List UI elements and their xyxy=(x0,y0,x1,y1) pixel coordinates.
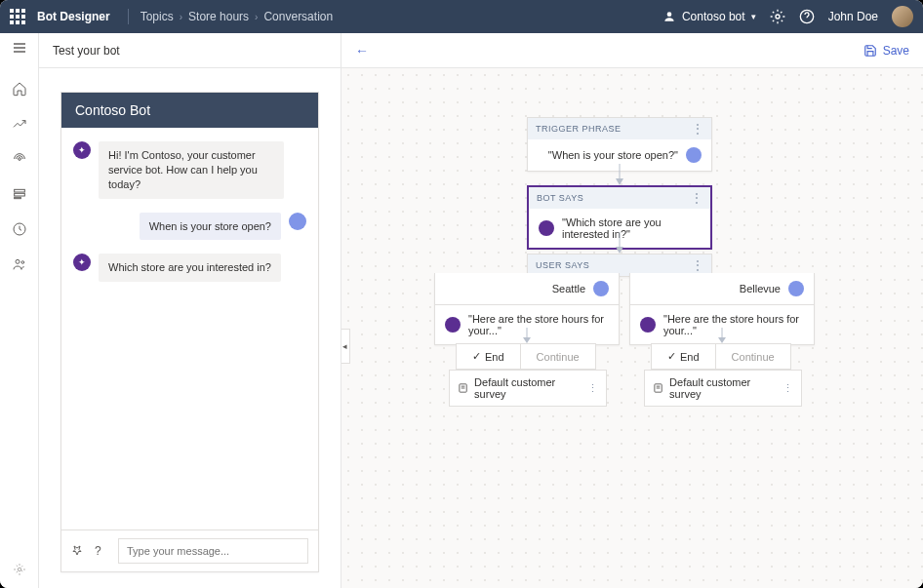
bot-selector-label: Contoso bot xyxy=(682,10,745,23)
canvas-area: ← Save ◂ TRIGGER PHRASE ⋮ "When is your … xyxy=(341,33,923,588)
header-right: Contoso bot ▾ John Doe xyxy=(662,6,913,27)
user-name: John Doe xyxy=(828,10,878,23)
node-content: Bellevue xyxy=(630,273,814,304)
home-icon[interactable] xyxy=(11,80,28,98)
node-content: "Here are the store hours for your..." xyxy=(630,304,814,344)
test-panel-header: Test your bot xyxy=(39,33,341,68)
app-launcher-icon[interactable] xyxy=(10,9,25,24)
bot-says-node[interactable]: BOT SAYS ⋮ "Which store are you interest… xyxy=(527,185,712,250)
svg-point-11 xyxy=(16,259,20,263)
more-icon[interactable]: ⋮ xyxy=(783,382,793,395)
help-icon[interactable]: ? xyxy=(95,544,108,558)
end-continue-row: ✓ End Continue xyxy=(456,343,596,370)
node-header: BOT SAYS ⋮ xyxy=(529,187,710,209)
breadcrumb-topics[interactable]: Topics xyxy=(140,10,174,23)
continue-button[interactable]: Continue xyxy=(520,344,595,369)
more-icon[interactable]: ⋮ xyxy=(692,122,704,136)
node-content: "When is your store open?" xyxy=(528,139,711,171)
back-arrow-icon[interactable]: ← xyxy=(355,43,369,59)
svg-rect-7 xyxy=(14,189,24,192)
svg-point-12 xyxy=(21,261,24,264)
user-avatar-icon xyxy=(788,281,804,296)
branch-option-text: Seattle xyxy=(552,283,585,294)
branch-option-node[interactable]: Bellevue "Here are the store hours for y… xyxy=(629,273,815,345)
test-panel: Test your bot Contoso Bot ✦ Hi! I'm Cont… xyxy=(39,33,341,588)
svg-marker-21 xyxy=(616,178,623,185)
chat-input[interactable] xyxy=(118,538,308,564)
flow-canvas[interactable]: ◂ TRIGGER PHRASE ⋮ "When is your store o… xyxy=(341,68,923,588)
chat-card: Contoso Bot ✦ Hi! I'm Contoso, your cust… xyxy=(60,92,319,572)
people-icon[interactable] xyxy=(11,255,28,273)
more-icon[interactable]: ⋮ xyxy=(692,258,704,272)
bot-selector[interactable]: Contoso bot ▾ xyxy=(662,10,756,23)
history-icon[interactable] xyxy=(11,220,28,238)
left-nav-rail xyxy=(0,33,39,588)
trigger-node[interactable]: TRIGGER PHRASE ⋮ "When is your store ope… xyxy=(527,117,712,172)
svg-point-1 xyxy=(776,15,780,19)
branch-response-text: "Here are the store hours for your..." xyxy=(663,313,804,336)
node-content: "Which store are you interested in?" xyxy=(529,209,710,248)
continue-button[interactable]: Continue xyxy=(715,344,790,369)
broadcast-icon[interactable] xyxy=(11,150,28,168)
top-header: Bot Designer Topics › Store hours › Conv… xyxy=(0,0,923,33)
chevron-right-icon: › xyxy=(255,12,258,22)
app-title: Bot Designer xyxy=(37,10,110,23)
branch-option-node[interactable]: Seattle "Here are the store hours for yo… xyxy=(434,273,620,345)
branch-response-text: "Here are the store hours for your..." xyxy=(468,313,609,336)
bot-avatar-icon xyxy=(539,220,554,236)
bot-avatar-icon: ✦ xyxy=(73,141,91,159)
settings-icon[interactable] xyxy=(770,9,785,24)
svg-point-6 xyxy=(18,158,20,161)
survey-row[interactable]: Default customer survey ⋮ xyxy=(644,370,802,407)
end-button[interactable]: ✓ End xyxy=(457,344,520,369)
branch-option-text: Bellevue xyxy=(740,283,781,294)
trigger-text: "When is your store open?" xyxy=(548,149,678,161)
end-continue-row: ✓ End Continue xyxy=(651,343,791,370)
bot-says-text: "Which store are you interested in?" xyxy=(562,216,701,240)
canvas-toolbar: ← Save xyxy=(341,33,923,68)
chat-message-bot: ✦ Hi! I'm Contoso, your customer service… xyxy=(73,141,306,199)
survey-label: Default customer survey xyxy=(669,376,777,400)
hamburger-icon[interactable] xyxy=(11,39,28,57)
save-icon xyxy=(863,44,877,58)
chat-input-row: ? xyxy=(61,529,318,571)
test-panel-title: Test your bot xyxy=(53,44,120,58)
user-avatar-icon xyxy=(289,213,306,230)
collapse-handle[interactable]: ◂ xyxy=(341,329,350,364)
survey-icon xyxy=(458,382,468,394)
end-button[interactable]: ✓ End xyxy=(652,344,715,369)
pin-icon[interactable] xyxy=(71,544,85,558)
test-panel-body: Contoso Bot ✦ Hi! I'm Contoso, your cust… xyxy=(39,68,341,588)
app-frame: Bot Designer Topics › Store hours › Conv… xyxy=(0,0,923,588)
node-content: "Here are the store hours for your..." xyxy=(435,304,619,344)
person-icon xyxy=(662,10,676,23)
bot-avatar-icon xyxy=(640,317,656,333)
more-icon[interactable]: ⋮ xyxy=(691,191,703,205)
survey-row[interactable]: Default customer survey ⋮ xyxy=(449,370,607,407)
topics-icon[interactable] xyxy=(11,185,28,203)
svg-point-0 xyxy=(667,12,672,17)
help-icon[interactable] xyxy=(799,9,815,24)
node-header: TRIGGER PHRASE ⋮ xyxy=(528,118,711,139)
save-label: Save xyxy=(883,44,909,58)
breadcrumb-conversation[interactable]: Conversation xyxy=(263,10,333,23)
gear-icon[interactable] xyxy=(11,561,28,578)
bot-avatar-icon: ✦ xyxy=(73,254,91,271)
analytics-icon[interactable] xyxy=(11,115,28,133)
chat-messages: ✦ Hi! I'm Contoso, your customer service… xyxy=(61,128,318,529)
chevron-down-icon: ▾ xyxy=(751,12,756,21)
node-label: TRIGGER PHRASE xyxy=(536,124,622,134)
save-button[interactable]: Save xyxy=(863,44,909,58)
svg-rect-9 xyxy=(14,197,20,198)
user-avatar-icon xyxy=(686,147,702,163)
bot-avatar-icon xyxy=(445,317,461,333)
message-bubble: Hi! I'm Contoso, your customer service b… xyxy=(99,141,284,199)
avatar[interactable] xyxy=(892,6,913,27)
node-label: USER SAYS xyxy=(536,260,589,270)
breadcrumb-store-hours[interactable]: Store hours xyxy=(188,10,249,23)
more-icon[interactable]: ⋮ xyxy=(587,382,598,395)
survey-icon xyxy=(653,382,663,394)
node-label: BOT SAYS xyxy=(537,193,583,203)
survey-label: Default customer survey xyxy=(474,376,582,400)
node-content: Seattle xyxy=(435,273,619,304)
